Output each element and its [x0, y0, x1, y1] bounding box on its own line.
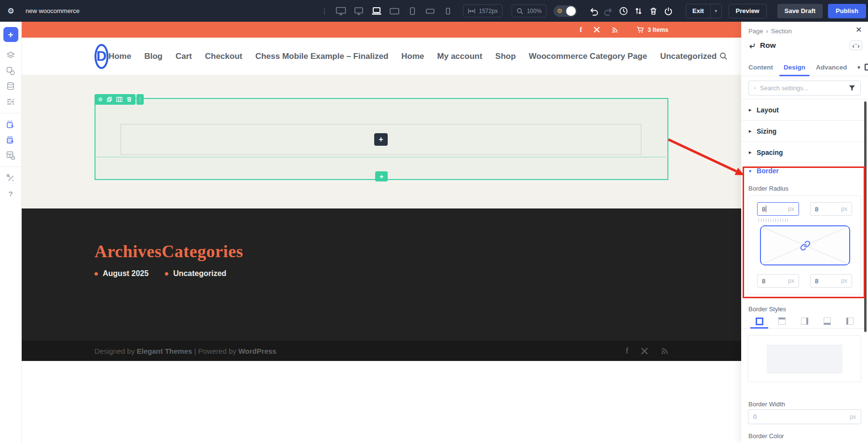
nav-link[interactable]: Woocommerce Category Page [529, 52, 647, 61]
viewport-width-input[interactable]: 1572px [463, 4, 502, 17]
facebook-icon[interactable]: f [580, 26, 582, 34]
sort-layers-icon[interactable] [631, 0, 646, 22]
back-arrow-icon[interactable] [748, 42, 756, 49]
preview-mode-icon[interactable] [865, 64, 868, 70]
rss-icon[interactable] [661, 347, 668, 355]
exit-dropdown-caret-icon[interactable]: ▾ [710, 4, 721, 18]
add-module-to-column-button[interactable]: + [374, 133, 388, 146]
border-width-input[interactable]: 0 px [748, 409, 861, 424]
undo-icon[interactable] [586, 0, 601, 22]
tablet-portrait-view-icon[interactable] [407, 7, 418, 15]
x-social-icon[interactable] [594, 27, 600, 33]
cart-link[interactable]: 3 Items [637, 26, 668, 33]
border-bottom-tab[interactable] [816, 314, 838, 328]
nav-link[interactable]: Home [108, 52, 131, 61]
x-social-icon[interactable] [641, 347, 648, 355]
accordion-sizing[interactable]: ▸ Sizing [741, 121, 868, 142]
border-radius-widget: 8 px 8 px 8 px 8 px [748, 195, 861, 294]
radius-bottom-left-input[interactable]: 8 px [757, 274, 799, 288]
footer-archive-link[interactable]: August 2025 [95, 269, 149, 278]
layers-icon[interactable] [5, 50, 16, 61]
tab-design[interactable]: Design [784, 58, 805, 76]
builder-theme-toggle[interactable]: ⚙ [554, 5, 577, 17]
desktop-view-icon[interactable] [353, 7, 365, 15]
trash-icon[interactable] [646, 0, 661, 22]
redo-icon[interactable] [601, 0, 616, 22]
close-panel-icon[interactable]: × [856, 24, 862, 35]
breadcrumb-section-link[interactable]: Section [771, 28, 792, 35]
footer-social-icons: f [626, 346, 668, 355]
add-row-button[interactable]: + [375, 171, 388, 181]
border-top-tab[interactable] [771, 314, 793, 328]
nav-link[interactable]: My account [437, 52, 483, 61]
border-all-sides-tab[interactable] [748, 314, 770, 328]
preview-button[interactable]: Preview [729, 4, 767, 18]
table-settings-icon[interactable] [5, 150, 16, 161]
nav-link[interactable]: Shop [495, 52, 516, 61]
footer-category-link[interactable]: Uncategorized [165, 269, 226, 278]
builder-settings-gear-icon[interactable]: ⚙ [0, 6, 22, 15]
site-logo[interactable]: D [95, 44, 108, 69]
laptop-view-icon[interactable] [371, 7, 382, 15]
select-element-icon[interactable] [5, 119, 16, 130]
phone-portrait-view-icon[interactable] [442, 7, 454, 15]
row-duplicate-icon[interactable] [107, 97, 112, 102]
phone-landscape-view-icon[interactable] [424, 7, 436, 15]
radius-top-right-input[interactable]: 8 px [810, 202, 852, 216]
accordion-layout[interactable]: ▸ Layout [741, 99, 868, 121]
row-delete-icon[interactable] [126, 97, 132, 102]
tab-content[interactable]: Content [748, 58, 773, 76]
breadcrumb-page-link[interactable]: Page [748, 28, 763, 35]
row-settings-gear-icon[interactable]: ⚙ [98, 97, 103, 102]
tabs-dropdown-caret-icon[interactable]: ▾ [858, 65, 860, 70]
wordpress-link[interactable]: WordPress [238, 347, 276, 355]
row-more-options-icon[interactable]: ⋮ [136, 94, 144, 105]
select-element-filled-icon[interactable] [5, 134, 16, 146]
nav-link[interactable]: Chess Mobile Example – Finalized [255, 52, 388, 61]
nav-link[interactable]: Cart [176, 52, 192, 61]
chevron-right-icon: ▸ [749, 150, 751, 155]
settings-search-input[interactable] [760, 84, 845, 92]
save-draft-button[interactable]: Save Draft [777, 4, 823, 18]
nav-link[interactable]: Home [401, 52, 424, 61]
nav-link[interactable]: Blog [144, 52, 163, 61]
border-right-icon [801, 318, 808, 325]
radius-bottom-right-input[interactable]: 8 px [810, 274, 852, 288]
field-list-icon[interactable] [5, 96, 16, 108]
radius-top-left-input[interactable]: 8 px [757, 202, 799, 216]
tools-icon[interactable] [5, 172, 16, 184]
row-columns-icon[interactable] [116, 97, 122, 102]
zoom-level-input[interactable]: 100% [512, 4, 546, 17]
row-toolbar: ⚙ ⋮ [95, 94, 144, 105]
border-left-tab[interactable] [839, 314, 861, 328]
border-left-icon [846, 318, 854, 325]
link-radius-values-toggle[interactable] [760, 225, 850, 265]
history-icon[interactable] [616, 0, 631, 22]
publish-button[interactable]: Publish [828, 4, 866, 18]
border-color-label: Border Color [748, 432, 784, 440]
shapes-icon[interactable] [5, 65, 16, 77]
desktop-xl-view-icon[interactable] [335, 7, 347, 15]
exit-button[interactable]: Exit ▾ [686, 4, 722, 18]
accordion-border[interactable]: ▾ Border [749, 167, 779, 175]
facebook-icon[interactable]: f [626, 346, 628, 355]
database-icon[interactable] [5, 81, 16, 92]
filter-funnel-icon[interactable] [849, 85, 855, 91]
more-views-icon[interactable]: ⋮ [321, 7, 328, 15]
elegant-themes-link[interactable]: Elegant Themes [137, 347, 192, 355]
portability-icon[interactable] [661, 0, 676, 22]
nav-link[interactable]: Checkout [205, 52, 242, 61]
tab-advanced[interactable]: Advanced [816, 58, 847, 76]
help-icon[interactable]: ? [5, 188, 16, 199]
panel-scrollbar[interactable] [864, 101, 867, 332]
topbar-left: ⚙ new woocommerce [0, 0, 80, 22]
accordion-spacing[interactable]: ▸ Spacing [741, 142, 868, 163]
site-search-icon[interactable] [719, 52, 728, 60]
expand-settings-button[interactable] [850, 41, 862, 50]
add-module-button[interactable]: + [3, 27, 18, 42]
rss-icon[interactable] [611, 27, 618, 33]
nav-link[interactable]: Uncategorized [660, 52, 717, 61]
row-settings-panel: Page › Section × Row Content Design Adva… [741, 22, 868, 443]
tablet-landscape-view-icon[interactable] [389, 7, 400, 15]
border-right-tab[interactable] [794, 314, 815, 328]
